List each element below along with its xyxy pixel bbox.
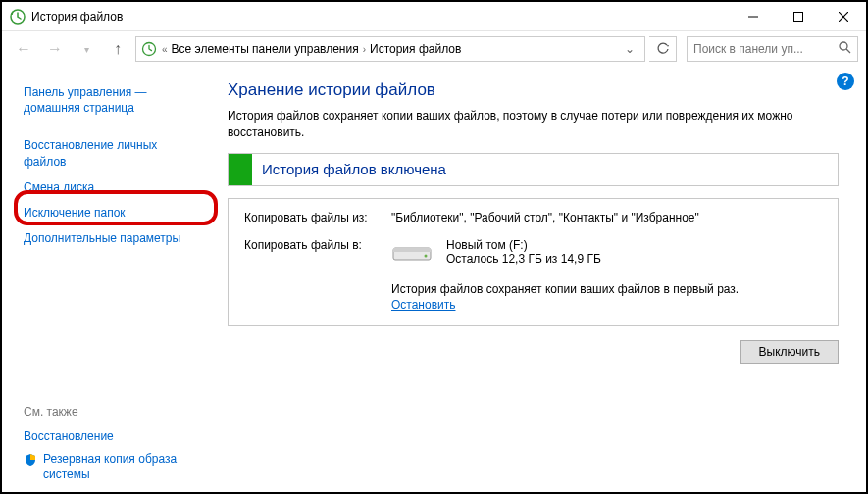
copy-from-label: Копировать файлы из: — [244, 211, 391, 224]
drive-name: Новый том (F:) — [446, 238, 601, 252]
breadcrumb-dropdown[interactable]: ⌄ — [619, 42, 640, 56]
breadcrumb[interactable]: « Все элементы панели управления › Истор… — [135, 36, 645, 62]
search-placeholder: Поиск в панели уп... — [693, 42, 803, 56]
status-color-swatch — [229, 154, 252, 185]
turn-off-button[interactable]: Выключить — [740, 340, 839, 364]
app-icon — [10, 9, 26, 25]
refresh-button[interactable] — [649, 36, 677, 62]
help-icon[interactable]: ? — [837, 73, 854, 90]
sidebar-exclude-folders[interactable]: Исключение папок — [24, 201, 200, 224]
sidebar-restore-files[interactable]: Восстановление личных файлов — [24, 133, 200, 173]
titlebar: История файлов — [2, 2, 866, 31]
search-icon — [839, 41, 851, 57]
recent-locations-button[interactable]: ▾ — [73, 35, 100, 63]
sidebar-advanced-settings[interactable]: Дополнительные параметры — [24, 226, 200, 250]
sidebar: Панель управления — домашняя страница Во… — [2, 67, 210, 492]
stop-link[interactable]: Остановить — [391, 298, 456, 312]
sidebar-image-backup[interactable]: Резервная копия образа системы — [43, 451, 200, 482]
status-text: История файлов включена — [252, 161, 446, 177]
close-button[interactable] — [821, 2, 866, 31]
breadcrumb-current[interactable]: История файлов — [370, 42, 461, 56]
minimize-button[interactable] — [731, 2, 776, 31]
breadcrumb-parent[interactable]: Все элементы панели управления — [172, 42, 359, 56]
sidebar-home[interactable]: Панель управления — домашняя страница — [24, 80, 200, 120]
drive-free-space: Осталось 12,3 ГБ из 14,9 ГБ — [446, 252, 601, 266]
drive-icon — [391, 238, 433, 269]
svg-rect-9 — [393, 248, 431, 252]
shield-icon — [24, 453, 37, 469]
sidebar-see-also-label: См. также — [24, 401, 200, 422]
svg-rect-2 — [794, 12, 803, 21]
main-content: ? Хранение истории файлов История файлов… — [210, 67, 866, 492]
svg-point-6 — [840, 42, 847, 50]
page-description: История файлов сохраняет копии ваших фай… — [228, 108, 839, 141]
svg-line-7 — [846, 49, 850, 53]
search-input[interactable]: Поиск в панели уп... — [687, 36, 858, 62]
sidebar-change-drive[interactable]: Смена диска — [24, 175, 200, 199]
sidebar-restore-system[interactable]: Восстановление — [24, 424, 200, 448]
forward-button[interactable]: → — [41, 35, 69, 63]
info-box: Копировать файлы из: "Библиотеки", "Рабо… — [228, 198, 839, 326]
up-button[interactable]: ↑ — [104, 35, 131, 63]
back-button[interactable]: ← — [10, 35, 37, 63]
breadcrumb-prefix: « — [158, 44, 172, 55]
page-title: Хранение истории файлов — [228, 80, 839, 100]
progress-message: История файлов сохраняет копии ваших фай… — [391, 282, 822, 296]
chevron-right-icon: › — [359, 44, 370, 55]
copy-to-label: Копировать файлы в: — [244, 238, 391, 312]
status-box: История файлов включена — [228, 153, 839, 186]
svg-point-10 — [425, 254, 428, 257]
toolbar: ← → ▾ ↑ « Все элементы панели управления… — [2, 31, 866, 67]
window-title: История файлов — [31, 10, 123, 24]
copy-from-value: "Библиотеки", "Рабочий стол", "Контакты"… — [391, 211, 822, 224]
maximize-button[interactable] — [776, 2, 821, 31]
breadcrumb-icon — [140, 41, 158, 57]
